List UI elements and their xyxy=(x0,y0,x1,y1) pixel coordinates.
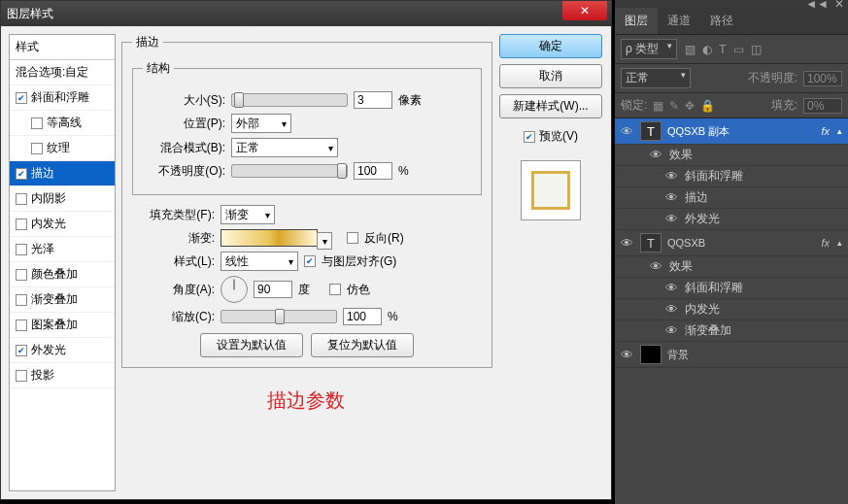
layer-row[interactable]: 👁背景 xyxy=(615,342,848,368)
gradstyle-select[interactable]: 线性 xyxy=(220,252,298,271)
layer-name: QQSXB 副本 xyxy=(667,124,815,139)
visibility-toggle[interactable]: 👁 xyxy=(619,236,634,251)
scale-slider[interactable] xyxy=(220,310,337,323)
opacity-slider[interactable] xyxy=(231,164,348,178)
effect-row[interactable]: 👁斜面和浮雕 xyxy=(615,278,848,299)
position-select[interactable]: 外部 xyxy=(231,114,291,133)
style-item[interactable]: 渐变叠加 xyxy=(10,287,115,313)
style-checkbox[interactable] xyxy=(16,193,27,205)
align-checkbox[interactable] xyxy=(304,255,316,267)
set-default-button[interactable]: 设置为默认值 xyxy=(200,333,303,357)
angle-dial[interactable] xyxy=(220,276,248,303)
preview-checkbox[interactable] xyxy=(524,131,535,143)
tab-layers[interactable]: 图层 xyxy=(615,8,658,34)
size-input[interactable] xyxy=(354,91,392,109)
chevron-up-icon[interactable]: ▴ xyxy=(837,126,842,136)
lock-all-icon[interactable]: 🔒 xyxy=(700,99,715,113)
visibility-toggle[interactable]: 👁 xyxy=(663,302,679,317)
visibility-toggle[interactable]: 👁 xyxy=(663,169,679,184)
style-checkbox[interactable] xyxy=(16,294,27,306)
effect-row[interactable]: 👁效果 xyxy=(615,145,848,166)
size-slider[interactable] xyxy=(231,93,348,107)
reset-default-button[interactable]: 复位为默认值 xyxy=(311,333,414,357)
cancel-button[interactable]: 取消 xyxy=(499,64,602,88)
titlebar[interactable]: 图层样式 ✕ xyxy=(1,1,611,26)
style-item[interactable]: 内发光 xyxy=(10,212,115,237)
lock-paint-icon[interactable]: ✎ xyxy=(669,99,679,113)
visibility-toggle[interactable]: 👁 xyxy=(663,212,679,226)
new-style-button[interactable]: 新建样式(W)... xyxy=(499,94,602,118)
visibility-toggle[interactable]: 👁 xyxy=(663,281,679,295)
dither-checkbox[interactable] xyxy=(329,284,341,295)
tab-channels[interactable]: 通道 xyxy=(658,8,700,34)
style-checkbox[interactable] xyxy=(16,269,27,281)
filter-smart-icon[interactable]: ◫ xyxy=(751,43,762,56)
style-checkbox[interactable] xyxy=(16,345,27,356)
visibility-toggle[interactable]: 👁 xyxy=(619,124,634,139)
chevron-up-icon[interactable]: ▴ xyxy=(837,238,842,248)
effect-row[interactable]: 👁斜面和浮雕 xyxy=(615,166,848,187)
filltype-select[interactable]: 渐变 xyxy=(220,205,275,224)
layer-row[interactable]: 👁TQQSXB 副本fx▴ xyxy=(615,118,848,145)
panel-blendmode-select[interactable]: 正常 xyxy=(621,68,691,88)
style-item[interactable]: 颜色叠加 xyxy=(10,262,115,287)
opacity-input[interactable] xyxy=(354,162,392,180)
style-item[interactable]: 光泽 xyxy=(10,237,115,262)
blending-options-item[interactable]: 混合选项:自定 xyxy=(10,60,115,85)
fx-indicator: fx xyxy=(821,125,830,137)
scale-unit: % xyxy=(388,310,398,323)
style-list-header[interactable]: 样式 xyxy=(10,35,115,60)
style-item[interactable]: 描边 xyxy=(10,161,115,186)
scale-input[interactable] xyxy=(343,308,382,325)
collapse-icon: ◄◄ xyxy=(805,0,829,11)
visibility-toggle[interactable]: 👁 xyxy=(663,323,679,338)
style-item[interactable]: 内阴影 xyxy=(10,186,115,212)
angle-input[interactable] xyxy=(254,281,292,298)
tab-paths[interactable]: 路径 xyxy=(700,8,743,34)
style-checkbox[interactable] xyxy=(16,244,27,255)
filter-shape-icon[interactable]: ▭ xyxy=(733,43,744,56)
filter-adjust-icon[interactable]: ◐ xyxy=(702,43,712,56)
effect-row[interactable]: 👁效果 xyxy=(615,256,848,278)
style-item[interactable]: 投影 xyxy=(10,363,115,388)
visibility-toggle[interactable]: 👁 xyxy=(619,348,634,362)
lock-position-icon[interactable]: ✥ xyxy=(685,99,695,113)
fx-indicator: fx xyxy=(821,237,830,249)
style-checkbox[interactable] xyxy=(16,319,27,331)
layer-kind-select[interactable]: ρ 类型 xyxy=(621,39,677,59)
filter-type-icon[interactable]: T xyxy=(719,43,726,56)
style-checkbox[interactable] xyxy=(16,92,27,104)
visibility-toggle[interactable]: 👁 xyxy=(648,259,663,274)
panel-opacity-input[interactable] xyxy=(803,71,842,86)
ok-button[interactable]: 确定 xyxy=(499,34,602,58)
panel-collapse-bar[interactable]: ◄◄✕ xyxy=(615,0,848,8)
style-checkbox[interactable] xyxy=(31,143,43,154)
stroke-fieldset: 描边 结构 大小(S): 像素 位置(P): 外部 混合模式(B): xyxy=(121,34,492,368)
effect-label: 效果 xyxy=(669,258,693,275)
effect-row[interactable]: 👁外发光 xyxy=(615,209,848,230)
style-item[interactable]: 外发光 xyxy=(10,338,115,363)
style-checkbox[interactable] xyxy=(16,168,27,180)
gradient-swatch[interactable] xyxy=(220,229,318,247)
annotation-text: 描边参数 xyxy=(267,387,345,414)
reverse-checkbox[interactable] xyxy=(347,232,358,244)
visibility-toggle[interactable]: 👁 xyxy=(663,190,679,205)
style-checkbox[interactable] xyxy=(31,118,43,129)
effect-row[interactable]: 👁内发光 xyxy=(615,299,848,320)
layer-row[interactable]: 👁TQQSXBfx▴ xyxy=(615,230,848,256)
fill-input[interactable] xyxy=(803,98,842,114)
close-button[interactable]: ✕ xyxy=(562,1,607,20)
style-item[interactable]: 纹理 xyxy=(10,136,115,161)
effect-row[interactable]: 👁描边 xyxy=(615,187,848,209)
style-item[interactable]: 斜面和浮雕 xyxy=(10,85,115,111)
blendmode-select[interactable]: 正常 xyxy=(231,138,338,157)
style-item[interactable]: 图案叠加 xyxy=(10,313,115,338)
style-checkbox[interactable] xyxy=(16,218,27,230)
style-checkbox[interactable] xyxy=(16,370,27,382)
style-list: 样式 混合选项:自定 斜面和浮雕等高线纹理描边内阴影内发光光泽颜色叠加渐变叠加图… xyxy=(9,34,116,491)
filter-pixel-icon[interactable]: ▧ xyxy=(685,43,695,56)
style-item[interactable]: 等高线 xyxy=(10,111,115,136)
visibility-toggle[interactable]: 👁 xyxy=(648,148,663,162)
lock-transparency-icon[interactable]: ▦ xyxy=(653,99,663,113)
effect-row[interactable]: 👁渐变叠加 xyxy=(615,320,848,342)
